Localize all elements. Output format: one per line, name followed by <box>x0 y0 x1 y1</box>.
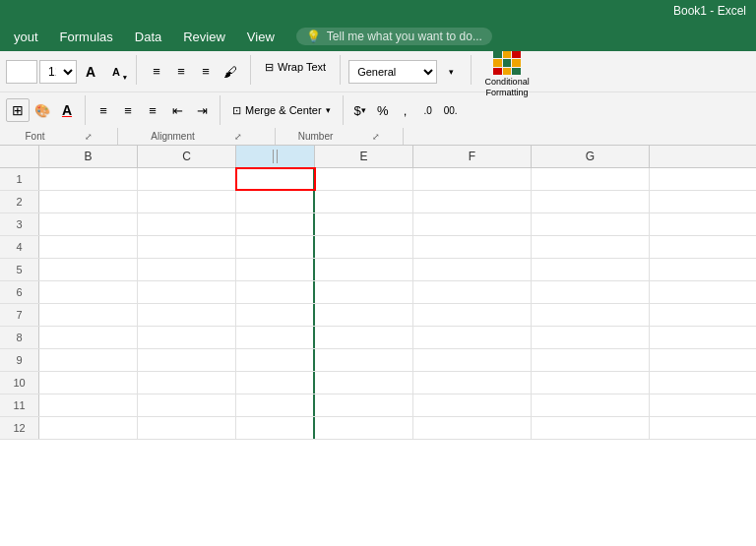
cell-B8[interactable] <box>39 327 138 348</box>
align-left-btn[interactable]: ≡ <box>145 60 168 84</box>
cell-B10[interactable] <box>39 372 138 394</box>
font-color-btn[interactable]: A <box>55 98 79 122</box>
cell-B4[interactable] <box>39 236 138 258</box>
cell-B6[interactable] <box>39 281 138 303</box>
cell-D11[interactable] <box>236 394 315 416</box>
cell-C12[interactable] <box>138 417 236 439</box>
cell-C2[interactable] <box>138 191 236 212</box>
increase-decimal-btn[interactable]: .0 <box>417 99 439 121</box>
cell-F1[interactable] <box>413 168 532 190</box>
cell-E2[interactable] <box>315 191 413 212</box>
cell-G2[interactable] <box>532 191 650 212</box>
merge-center-btn[interactable]: ⊡ Merge & Center ▾ <box>226 98 337 122</box>
col-header-C[interactable]: C <box>138 146 236 167</box>
cell-D1[interactable] <box>236 168 315 190</box>
cell-B9[interactable] <box>39 349 138 371</box>
menu-item-view[interactable]: View <box>237 26 284 48</box>
cell-F7[interactable] <box>413 304 532 326</box>
cell-C9[interactable] <box>138 349 236 371</box>
cell-B1[interactable] <box>39 168 138 190</box>
cell-G10[interactable] <box>532 372 650 394</box>
col-header-F[interactable]: F <box>413 146 532 167</box>
cell-G11[interactable] <box>532 394 650 416</box>
cell-D8[interactable] <box>236 327 315 348</box>
col-header-E[interactable]: E <box>315 146 413 167</box>
cell-F2[interactable] <box>413 191 532 212</box>
cell-F5[interactable] <box>413 259 532 280</box>
cell-D12[interactable] <box>236 417 315 439</box>
cell-E11[interactable] <box>315 394 413 416</box>
align-center2-btn[interactable]: ≡ <box>116 98 140 122</box>
cell-F11[interactable] <box>413 394 532 416</box>
indent-btn[interactable]: ⇤ <box>165 98 189 122</box>
search-box[interactable]: 💡 Tell me what you want to do... <box>296 28 492 45</box>
cell-D4[interactable] <box>236 236 315 258</box>
align-left2-btn[interactable]: ≡ <box>92 98 115 122</box>
cell-G1[interactable] <box>532 168 650 190</box>
borders-btn[interactable]: ⊞ <box>6 98 30 122</box>
cell-F6[interactable] <box>413 281 532 303</box>
menu-item-review[interactable]: Review <box>173 26 235 48</box>
cell-G6[interactable] <box>532 281 650 303</box>
cell-G5[interactable] <box>532 259 650 280</box>
cell-C1[interactable] <box>138 168 236 190</box>
cell-D6[interactable] <box>236 281 315 303</box>
increase-font-btn[interactable]: A <box>79 60 102 84</box>
font-name-box[interactable] <box>6 60 37 84</box>
cell-B3[interactable] <box>39 213 138 235</box>
cell-D7[interactable] <box>236 304 315 326</box>
cell-C6[interactable] <box>138 281 236 303</box>
wrap-text-btn[interactable]: ⊟ Wrap Text <box>259 55 332 79</box>
cell-E8[interactable] <box>315 327 413 348</box>
cell-C10[interactable] <box>138 372 236 394</box>
cell-B2[interactable] <box>39 191 138 212</box>
conditional-formatting-btn[interactable]: ConditionalFormatting <box>479 49 535 100</box>
decrease-decimal-btn[interactable]: 00. <box>440 99 462 121</box>
cell-C4[interactable] <box>138 236 236 258</box>
cell-F10[interactable] <box>413 372 532 394</box>
cell-E4[interactable] <box>315 236 413 258</box>
cell-E7[interactable] <box>315 304 413 326</box>
col-header-G[interactable]: G <box>532 146 650 167</box>
comma-btn[interactable]: , <box>395 99 416 121</box>
cell-B7[interactable] <box>39 304 138 326</box>
font-dialog-launcher-icon[interactable]: ⤢ <box>85 132 93 142</box>
cell-G9[interactable] <box>532 349 650 371</box>
fill-color-btn[interactable]: 🎨 <box>31 98 54 122</box>
font-size-select[interactable]: 11 <box>39 60 77 84</box>
cell-D2[interactable] <box>236 191 315 212</box>
number-format-select[interactable]: General <box>348 60 437 84</box>
cell-C7[interactable] <box>138 304 236 326</box>
menu-item-data[interactable]: Data <box>125 26 171 48</box>
align-right2-btn[interactable]: ≡ <box>141 98 164 122</box>
menu-item-formulas[interactable]: Formulas <box>50 26 123 48</box>
cell-G3[interactable] <box>532 213 650 235</box>
dollar-btn[interactable]: $▾ <box>349 99 371 121</box>
cell-G12[interactable] <box>532 417 650 439</box>
number-dialog-launcher-icon[interactable]: ⤢ <box>372 132 380 142</box>
cell-F8[interactable] <box>413 327 532 348</box>
cell-F4[interactable] <box>413 236 532 258</box>
percent-btn[interactable]: % <box>372 99 394 121</box>
cell-E12[interactable] <box>315 417 413 439</box>
menu-item-layout[interactable]: yout <box>4 26 48 48</box>
col-header-D[interactable] <box>236 146 315 167</box>
outdent-btn[interactable]: ⇥ <box>190 98 214 122</box>
cell-F9[interactable] <box>413 349 532 371</box>
cell-G8[interactable] <box>532 327 650 348</box>
cell-D9[interactable] <box>236 349 315 371</box>
cell-B11[interactable] <box>39 394 138 416</box>
cell-D3[interactable] <box>236 213 315 235</box>
cell-D10[interactable] <box>236 372 315 394</box>
cell-C8[interactable] <box>138 327 236 348</box>
cell-F3[interactable] <box>413 213 532 235</box>
cell-E3[interactable] <box>315 213 413 235</box>
cell-E10[interactable] <box>315 372 413 394</box>
number-format-dropdown[interactable]: ▾ <box>439 60 463 84</box>
cell-B5[interactable] <box>39 259 138 280</box>
align-right-btn[interactable]: ≡ <box>194 60 218 84</box>
cell-C3[interactable] <box>138 213 236 235</box>
cell-B12[interactable] <box>39 417 138 439</box>
cell-C5[interactable] <box>138 259 236 280</box>
paint-format-btn[interactable]: 🖌 <box>219 60 242 84</box>
